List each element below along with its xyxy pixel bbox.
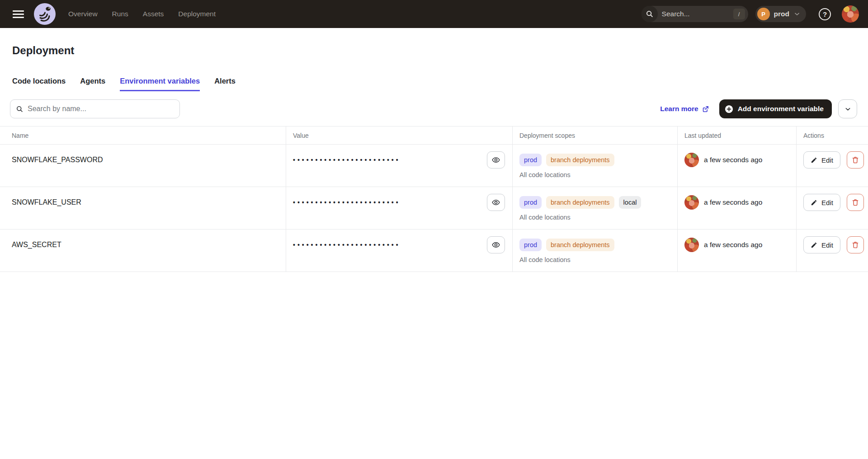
updated-by-avatar: [684, 195, 699, 210]
table-row: AWS_SECRET •••••••••••••••••••••••• prod…: [0, 230, 868, 272]
menu-icon[interactable]: [13, 10, 24, 18]
edit-button-label: Edit: [821, 199, 833, 206]
env-var-name: SNOWFLAKE_USER: [12, 192, 286, 212]
code-locations-text: All code locations: [519, 214, 677, 221]
global-search[interactable]: Search... /: [642, 6, 748, 22]
search-icon: [642, 6, 658, 22]
edit-button[interactable]: Edit: [803, 236, 840, 253]
edit-button-label: Edit: [821, 156, 833, 164]
deployment-switcher[interactable]: P prod: [755, 6, 806, 22]
edit-button[interactable]: Edit: [803, 151, 840, 169]
learn-more-label: Learn more: [660, 105, 698, 113]
learn-more-link[interactable]: Learn more: [660, 105, 709, 113]
scope-badge-local: local: [619, 196, 642, 209]
external-link-icon: [702, 105, 709, 113]
delete-button[interactable]: [847, 151, 864, 169]
reveal-value-button[interactable]: [487, 151, 505, 169]
code-locations-text: All code locations: [519, 256, 677, 263]
column-header-deployment-scopes: Deployment scopes: [513, 126, 678, 144]
tab-code-locations[interactable]: Code locations: [12, 77, 66, 91]
tab-agents[interactable]: Agents: [80, 77, 105, 91]
add-variable-menu-button[interactable]: [838, 99, 857, 118]
env-var-toolbar: Learn more Add environment variable: [10, 99, 857, 118]
masked-value: ••••••••••••••••••••••••: [293, 156, 401, 164]
last-updated-text: a few seconds ago: [704, 241, 762, 249]
nav-item-assets[interactable]: Assets: [143, 10, 164, 18]
pencil-icon: [811, 199, 817, 206]
edit-button-label: Edit: [821, 241, 833, 249]
scope-badge-prod: prod: [519, 239, 542, 251]
global-search-placeholder: Search...: [662, 10, 733, 18]
delete-button[interactable]: [847, 236, 864, 253]
add-button-label: Add environment variable: [738, 105, 824, 113]
reveal-value-button[interactable]: [487, 194, 505, 211]
chevron-down-icon: [793, 10, 801, 18]
chevron-down-icon: [844, 105, 852, 113]
slash-shortcut-key: /: [733, 9, 745, 19]
trash-icon: [851, 241, 859, 249]
tab-alerts[interactable]: Alerts: [214, 77, 236, 91]
nav-item-overview[interactable]: Overview: [68, 10, 98, 18]
environment-variables-table: Name Value Deployment scopes Last update…: [0, 126, 868, 272]
deployment-initial-badge: P: [757, 8, 770, 20]
masked-value: ••••••••••••••••••••••••: [293, 241, 401, 248]
page-title: Deployment: [12, 44, 868, 57]
eye-icon: [491, 155, 500, 164]
deployment-name: prod: [774, 10, 789, 18]
scope-badge-branch-deployments: branch deployments: [546, 154, 614, 166]
column-header-value: Value: [286, 126, 513, 144]
code-locations-text: All code locations: [519, 171, 677, 178]
env-var-name: AWS_SECRET: [12, 235, 286, 255]
tab-environment-variables[interactable]: Environment variables: [120, 77, 200, 91]
eye-icon: [491, 240, 500, 249]
column-header-actions: Actions: [797, 126, 868, 144]
nav-item-runs[interactable]: Runs: [112, 10, 128, 18]
pencil-icon: [811, 242, 817, 248]
search-icon: [16, 105, 24, 113]
octopus-logo-icon: [34, 3, 56, 25]
help-button[interactable]: ?: [819, 8, 831, 20]
last-updated-text: a few seconds ago: [704, 156, 762, 164]
question-icon: ?: [823, 10, 827, 18]
updated-by-avatar: [684, 153, 699, 167]
env-var-search-input[interactable]: [28, 105, 174, 113]
masked-value: ••••••••••••••••••••••••: [293, 199, 401, 206]
trash-icon: [851, 198, 859, 206]
scope-badge-prod: prod: [519, 154, 542, 166]
updated-by-avatar: [684, 238, 699, 252]
eye-icon: [491, 198, 500, 207]
column-header-last-updated: Last updated: [678, 126, 797, 144]
dagster-logo[interactable]: [34, 3, 56, 25]
delete-button[interactable]: [847, 194, 864, 211]
user-avatar[interactable]: [842, 5, 859, 23]
trash-icon: [851, 156, 859, 164]
edit-button[interactable]: Edit: [803, 194, 840, 211]
top-navbar: Overview Runs Assets Deployment Search..…: [0, 0, 868, 28]
reveal-value-button[interactable]: [487, 236, 505, 253]
add-environment-variable-button[interactable]: Add environment variable: [719, 99, 832, 118]
deployment-tabs: Code locations Agents Environment variab…: [12, 77, 868, 91]
column-header-name: Name: [0, 126, 286, 144]
nav-item-deployment[interactable]: Deployment: [178, 10, 216, 18]
scope-badge-prod: prod: [519, 196, 542, 209]
table-header-row: Name Value Deployment scopes Last update…: [0, 126, 868, 145]
scope-badge-branch-deployments: branch deployments: [546, 239, 614, 251]
scope-badge-branch-deployments: branch deployments: [546, 196, 614, 209]
table-row: SNOWFLAKE_PASSWORD •••••••••••••••••••••…: [0, 145, 868, 187]
env-var-search-box: [10, 99, 180, 118]
last-updated-text: a few seconds ago: [704, 198, 762, 206]
pencil-icon: [811, 157, 817, 164]
env-var-name: SNOWFLAKE_PASSWORD: [12, 150, 286, 170]
primary-nav: Overview Runs Assets Deployment: [68, 10, 216, 18]
plus-icon: [725, 105, 733, 113]
table-row: SNOWFLAKE_USER •••••••••••••••••••••••• …: [0, 187, 868, 230]
